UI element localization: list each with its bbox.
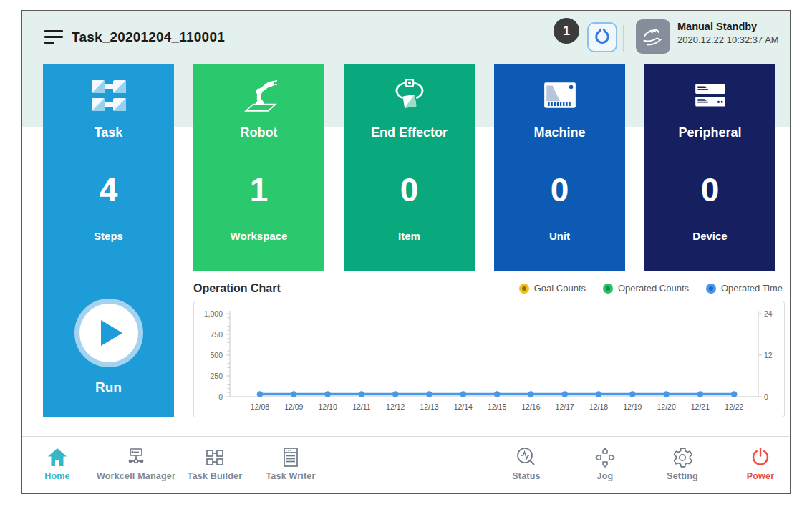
run-button[interactable]: Run: [43, 299, 174, 395]
card-unit: Workspace: [193, 230, 324, 242]
legend-operated-counts: Operated Counts: [603, 283, 689, 294]
svg-text:12/12: 12/12: [386, 402, 405, 411]
svg-text:12/15: 12/15: [488, 402, 506, 411]
svg-text:12/11: 12/11: [352, 402, 371, 411]
svg-text:12/08: 12/08: [251, 402, 269, 411]
svg-text:1,000: 1,000: [204, 309, 223, 318]
app-window: Task_20201204_110001 1 Manual Standby 20…: [21, 10, 791, 494]
robot-mode-status: Manual Standby 2020.12.22 10:32:37 AM: [677, 21, 779, 45]
nav-task-writer[interactable]: Task Writer: [237, 446, 344, 481]
header-divider: [623, 25, 624, 52]
svg-text:12/22: 12/22: [725, 402, 743, 411]
card-value: 0: [344, 170, 475, 210]
card-robot[interactable]: Robot 1 Workspace: [193, 64, 324, 271]
card-machine[interactable]: Machine 0 Unit: [494, 64, 625, 271]
nav-label: Power: [707, 471, 791, 481]
mode-timestamp: 2020.12.22 10:32:37 AM: [677, 34, 779, 45]
play-icon[interactable]: [74, 299, 143, 367]
card-unit: Unit: [494, 230, 625, 242]
legend-label: Operated Counts: [618, 283, 689, 294]
operation-chart: 02505007501,0000122412/0812/0912/1012/11…: [193, 301, 785, 417]
svg-text:12/16: 12/16: [521, 402, 540, 411]
nav-power[interactable]: Power: [707, 446, 791, 481]
svg-text:250: 250: [210, 372, 223, 380]
svg-text:0: 0: [764, 392, 768, 401]
svg-text:12/19: 12/19: [623, 402, 642, 411]
page-title: Task_20201204_110001: [72, 29, 225, 45]
card-unit: Device: [644, 230, 775, 242]
card-end-effector[interactable]: End Effector 0 Item: [344, 64, 475, 271]
card-peripheral[interactable]: Peripheral 0 Device: [644, 64, 775, 271]
card-value: 4: [43, 170, 174, 210]
operated-counts-dot-icon: [603, 284, 613, 294]
gripper-icon: [344, 75, 475, 117]
annotation-badge: 1: [554, 18, 579, 44]
svg-text:750: 750: [210, 330, 223, 339]
servo-off-button[interactable]: [587, 22, 617, 52]
card-label: Peripheral: [644, 125, 775, 140]
svg-text:0: 0: [218, 392, 223, 401]
robot-arm-icon: [193, 75, 324, 117]
svg-text:12/14: 12/14: [454, 402, 473, 411]
svg-text:12/20: 12/20: [657, 402, 675, 411]
nav-divider: [22, 436, 790, 437]
chart-legend: Goal Counts Operated Counts Operated Tim…: [519, 283, 783, 294]
card-label: Machine: [494, 125, 625, 140]
card-label: Task: [43, 125, 174, 140]
operation-chart-title: Operation Chart: [193, 281, 281, 296]
peripheral-server-icon: [644, 75, 775, 117]
nav-label: Task Writer: [237, 471, 344, 481]
goal-counts-dot-icon: [519, 284, 529, 294]
task-steps-icon: [43, 75, 174, 117]
manual-mode-icon[interactable]: [636, 19, 670, 54]
svg-text:24: 24: [764, 309, 773, 318]
svg-text:12/21: 12/21: [691, 402, 710, 411]
svg-text:12: 12: [764, 351, 773, 359]
operated-time-dot-icon: [706, 284, 716, 294]
card-task[interactable]: Task 4 Steps Run: [43, 64, 174, 417]
mode-title: Manual Standby: [677, 21, 779, 32]
svg-text:12/17: 12/17: [556, 402, 574, 411]
card-value: 0: [644, 170, 775, 210]
svg-text:500: 500: [210, 351, 223, 359]
svg-text:12/13: 12/13: [420, 402, 438, 411]
legend-label: Goal Counts: [534, 283, 586, 294]
card-label: End Effector: [344, 125, 475, 140]
card-unit: Steps: [43, 230, 174, 242]
task-writer-icon: [237, 446, 344, 469]
svg-text:12/18: 12/18: [589, 402, 608, 411]
run-label: Run: [43, 380, 174, 395]
card-label: Robot: [193, 125, 324, 140]
card-value: 1: [193, 170, 324, 210]
power-icon: [707, 446, 791, 469]
svg-text:12/09: 12/09: [284, 402, 303, 411]
menu-icon[interactable]: [44, 30, 63, 46]
machine-icon: [494, 75, 625, 117]
legend-operated-time: Operated Time: [706, 283, 783, 294]
gripper-clamp-icon: [593, 26, 612, 48]
operation-chart-svg: 02505007501,0000122412/0812/0912/1012/11…: [194, 301, 784, 417]
card-unit: Item: [344, 230, 475, 242]
card-value: 0: [494, 170, 625, 210]
legend-goal-counts: Goal Counts: [519, 283, 586, 294]
svg-text:12/10: 12/10: [318, 402, 337, 411]
legend-label: Operated Time: [721, 283, 783, 294]
